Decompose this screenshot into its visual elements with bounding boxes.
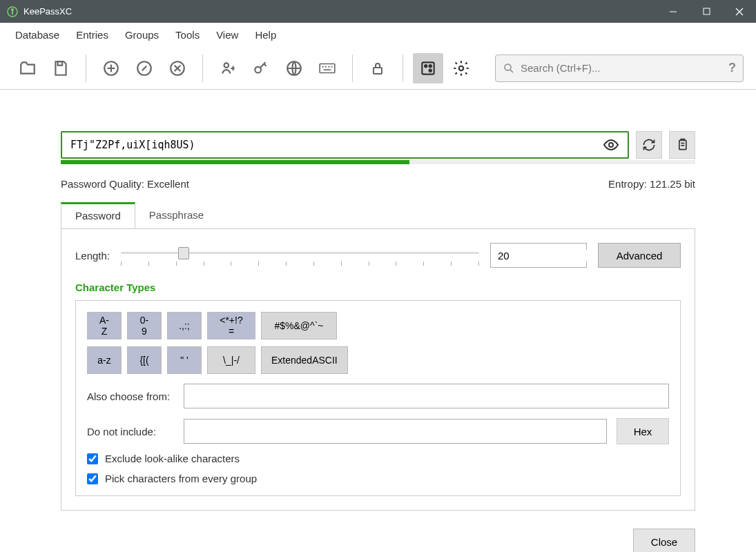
svg-point-32 xyxy=(609,143,613,147)
svg-point-27 xyxy=(429,69,432,71)
svg-rect-25 xyxy=(422,62,434,74)
chartype-braces[interactable]: {[( xyxy=(127,346,162,374)
advanced-button[interactable]: Advanced xyxy=(598,243,681,268)
svg-point-15 xyxy=(224,63,229,68)
toolbar-separator xyxy=(352,55,353,82)
settings-button[interactable] xyxy=(446,53,476,83)
chartype-math[interactable]: <*+!?= xyxy=(207,312,255,339)
search-help-icon[interactable]: ? xyxy=(728,61,736,75)
chartype-slashes[interactable]: \_|-/ xyxy=(207,346,255,374)
new-entry-button[interactable] xyxy=(96,53,126,83)
menu-view[interactable]: View xyxy=(208,25,246,45)
toolbar-separator xyxy=(403,55,403,82)
close-button[interactable]: Close xyxy=(633,529,695,552)
autotype-button[interactable] xyxy=(312,53,342,83)
open-database-button[interactable] xyxy=(12,53,43,83)
svg-point-26 xyxy=(425,65,427,67)
toolbar: ? xyxy=(0,47,756,90)
toolbar-separator xyxy=(86,55,86,82)
titlebar: KeePassXC xyxy=(0,0,756,23)
search-input[interactable] xyxy=(521,62,728,74)
length-spinbox[interactable]: ▲ ▼ xyxy=(490,243,587,268)
exclude-lookalike-label: Exclude look-alike characters xyxy=(105,453,240,464)
chartype-special[interactable]: #$%&@^`~ xyxy=(261,312,337,339)
svg-point-1 xyxy=(11,8,14,11)
svg-point-16 xyxy=(255,66,261,72)
tab-password[interactable]: Password xyxy=(61,202,135,228)
menubar: Database Entries Groups Tools View Help xyxy=(0,23,756,47)
password-generator-button[interactable] xyxy=(413,53,443,83)
svg-rect-7 xyxy=(58,61,63,65)
lock-database-button[interactable] xyxy=(362,53,393,83)
menu-tools[interactable]: Tools xyxy=(167,25,208,45)
window-title: KeePassXC xyxy=(23,6,657,17)
svg-point-30 xyxy=(505,64,511,70)
password-quality-label: Password Quality: Excellent xyxy=(61,178,189,190)
entropy-label: Entropy: 121.25 bit xyxy=(608,178,695,190)
svg-line-31 xyxy=(510,70,513,72)
tab-passphrase[interactable]: Passphrase xyxy=(135,202,217,228)
edit-entry-button[interactable] xyxy=(129,53,159,83)
svg-rect-2 xyxy=(12,11,13,14)
do-not-include-label: Do not include: xyxy=(87,426,174,437)
menu-database[interactable]: Database xyxy=(7,25,68,45)
chartype-extascii[interactable]: ExtendedASCII xyxy=(261,346,348,374)
delete-entry-button[interactable] xyxy=(162,53,193,83)
search-box[interactable]: ? xyxy=(495,55,744,82)
toggle-visibility-button[interactable] xyxy=(603,137,619,153)
copy-username-button[interactable] xyxy=(213,53,243,83)
copy-password-button[interactable] xyxy=(246,53,276,83)
app-icon xyxy=(7,6,18,17)
chartype-digits[interactable]: 0-9 xyxy=(127,312,162,339)
menu-help[interactable]: Help xyxy=(246,25,284,45)
svg-point-28 xyxy=(429,65,432,67)
menu-entries[interactable]: Entries xyxy=(68,25,117,45)
also-choose-input[interactable] xyxy=(184,384,669,408)
svg-rect-4 xyxy=(704,8,710,14)
chartype-punct[interactable]: .,:; xyxy=(167,312,202,339)
chartype-upper[interactable]: A-Z xyxy=(87,312,122,339)
generated-password-field[interactable] xyxy=(61,131,629,159)
slider-thumb[interactable] xyxy=(178,247,189,259)
length-label: Length: xyxy=(75,250,110,262)
chartype-lower[interactable]: a-z xyxy=(87,346,122,374)
pick-every-group-label: Pick characters from every group xyxy=(105,473,257,484)
svg-rect-18 xyxy=(320,63,335,72)
also-choose-label: Also choose from: xyxy=(87,391,174,402)
character-types-label: Character Types xyxy=(75,282,681,293)
length-slider[interactable] xyxy=(121,245,479,266)
search-icon xyxy=(503,62,515,75)
save-database-button[interactable] xyxy=(46,53,76,83)
copy-password-button[interactable] xyxy=(669,131,695,159)
chartype-quotes[interactable]: " ' xyxy=(167,346,202,374)
hex-button[interactable]: Hex xyxy=(617,418,669,444)
generated-password-input[interactable] xyxy=(70,139,603,151)
regenerate-button[interactable] xyxy=(636,131,662,159)
svg-rect-24 xyxy=(374,68,382,74)
do-not-include-input[interactable] xyxy=(184,419,607,444)
strength-bar xyxy=(61,160,695,164)
toolbar-separator xyxy=(202,55,203,82)
close-window-button[interactable] xyxy=(723,0,756,23)
copy-url-button[interactable] xyxy=(279,53,309,83)
minimize-button[interactable] xyxy=(657,0,690,23)
pick-every-group-checkbox[interactable] xyxy=(87,473,98,484)
maximize-button[interactable] xyxy=(690,0,723,23)
svg-point-29 xyxy=(459,66,464,70)
exclude-lookalike-checkbox[interactable] xyxy=(87,453,98,464)
menu-groups[interactable]: Groups xyxy=(117,25,167,45)
